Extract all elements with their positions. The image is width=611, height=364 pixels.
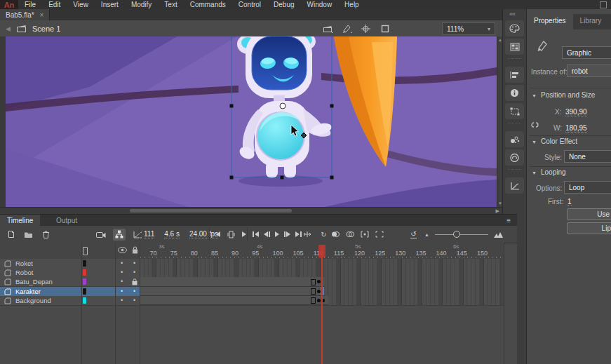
step-forward-one-icon[interactable] xyxy=(242,231,246,237)
lock-column-icon[interactable] xyxy=(132,246,138,254)
modify-markers-icon[interactable] xyxy=(374,229,384,239)
tab-properties[interactable]: Properties xyxy=(527,14,573,29)
menu-item-help[interactable]: Help xyxy=(338,1,365,8)
loop-frame-range-icon[interactable] xyxy=(226,229,236,239)
onion-skin-icon[interactable] xyxy=(330,229,340,239)
instance-name-field[interactable]: robot xyxy=(567,65,611,77)
layer-lock-icon[interactable] xyxy=(132,278,137,285)
menu-item-control[interactable]: Control xyxy=(232,1,267,8)
layer-lock-dot[interactable]: • xyxy=(133,269,135,276)
show-hide-column-icon[interactable] xyxy=(118,247,127,253)
collapse-panels-icon[interactable]: «« xyxy=(509,11,515,18)
frame-span[interactable] xyxy=(140,287,324,296)
center-stage-icon[interactable] xyxy=(361,24,371,33)
x-value[interactable]: 390,90 xyxy=(565,108,587,116)
tab-close-icon[interactable]: × xyxy=(40,11,44,19)
info-icon[interactable] xyxy=(505,85,524,101)
menu-item-insert[interactable]: Insert xyxy=(95,1,125,8)
scrollbar-thumb[interactable] xyxy=(130,209,292,213)
loop-options-dropdown[interactable]: Loop xyxy=(564,181,611,194)
elapsed-time-field[interactable]: 4.6 s xyxy=(164,230,180,238)
graph-editor-icon[interactable] xyxy=(133,229,143,239)
scene-breadcrumb[interactable]: Scene 1 xyxy=(32,25,60,33)
frame-rate-field[interactable]: 24.00 fps xyxy=(189,230,218,238)
onion-skin-outlines-icon[interactable] xyxy=(344,229,355,239)
step-back-icon[interactable] xyxy=(264,231,270,237)
window-maximize-icon[interactable] xyxy=(600,1,607,8)
color-style-dropdown[interactable]: None xyxy=(564,150,611,163)
play-icon[interactable] xyxy=(275,231,279,237)
shrink-frames-icon[interactable]: ▲ xyxy=(424,232,429,237)
enlarge-frames-icon[interactable] xyxy=(494,231,503,238)
layer-outline-color[interactable] xyxy=(83,297,86,304)
menu-item-edit[interactable]: Edit xyxy=(42,1,67,8)
show-parenting-view-icon[interactable] xyxy=(113,229,126,241)
menu-item-file[interactable]: File xyxy=(18,1,42,8)
current-frame-field[interactable]: 111 xyxy=(144,230,154,238)
step-forward-icon[interactable] xyxy=(284,231,290,237)
layer-row-roket[interactable]: Roket•• xyxy=(0,259,140,269)
layer-row-background[interactable]: Background•• xyxy=(0,296,140,306)
layer-visibility-dot[interactable]: • xyxy=(121,288,123,295)
menu-item-commands[interactable]: Commands xyxy=(184,1,232,8)
transform-icon[interactable] xyxy=(505,103,524,119)
new-layer-icon[interactable] xyxy=(6,229,16,239)
layer-visibility-dot[interactable]: • xyxy=(121,297,123,304)
first-frame-value[interactable]: 1 xyxy=(568,198,572,206)
step-back-one-icon[interactable] xyxy=(216,231,220,237)
menu-item-debug[interactable]: Debug xyxy=(267,1,300,8)
lip-syncing-button[interactable]: Lip S xyxy=(567,222,611,234)
clip-content-icon[interactable] xyxy=(380,24,390,33)
section-collapse-icon[interactable]: ▼ xyxy=(532,140,537,144)
scroll-right-icon[interactable]: ▶ xyxy=(496,208,499,214)
section-collapse-icon[interactable]: ▼ xyxy=(532,93,537,98)
keyframe-dot[interactable] xyxy=(317,299,321,302)
reset-timeline-zoom-icon[interactable]: ↺ xyxy=(408,229,419,239)
tab-library[interactable]: Library xyxy=(573,14,609,29)
layer-outline-color[interactable] xyxy=(83,260,86,267)
layer-lock-dot[interactable]: • xyxy=(133,288,135,295)
loop-icon[interactable]: ↻ xyxy=(318,229,329,239)
link-width-height-icon[interactable] xyxy=(530,121,539,128)
swatches-icon[interactable] xyxy=(505,39,524,55)
back-arrow-icon[interactable]: ◀ xyxy=(0,25,16,32)
w-value[interactable]: 180,95 xyxy=(565,124,587,133)
motion-graph-icon[interactable] xyxy=(505,177,524,194)
document-tab[interactable]: Bab5.fla* × xyxy=(0,9,50,20)
keyframe-dot[interactable] xyxy=(317,290,321,293)
align-icon[interactable] xyxy=(505,67,524,83)
edit-scene-icon[interactable] xyxy=(323,24,333,33)
stage-canvas[interactable] xyxy=(6,36,497,207)
tab-output[interactable]: Output xyxy=(49,215,84,226)
frame-span[interactable] xyxy=(140,296,328,305)
tab-timeline[interactable]: Timeline xyxy=(0,215,40,226)
layer-outline-color[interactable] xyxy=(83,288,86,295)
menu-item-window[interactable]: Window xyxy=(301,1,339,8)
zoom-level-dropdown[interactable]: 111% ▾ xyxy=(442,22,495,35)
timeline-zoom-slider[interactable] xyxy=(435,231,488,238)
camera-icon[interactable] xyxy=(95,229,106,239)
edit-multiple-frames-icon[interactable] xyxy=(359,229,370,239)
new-folder-icon[interactable] xyxy=(23,229,34,239)
outline-color-column-icon[interactable] xyxy=(83,247,88,255)
delete-layer-icon[interactable] xyxy=(41,229,51,239)
layer-outline-color[interactable] xyxy=(83,269,86,276)
layer-row-karakter[interactable]: Karakter•• xyxy=(0,287,140,297)
section-collapse-icon[interactable]: ▼ xyxy=(532,170,537,175)
app-logo[interactable]: An xyxy=(0,0,18,9)
layer-visibility-dot[interactable]: • xyxy=(121,259,123,267)
go-to-last-frame-icon[interactable] xyxy=(295,231,302,237)
panel-menu-icon[interactable]: ≡ xyxy=(506,217,511,224)
color-palette-icon[interactable] xyxy=(505,20,524,36)
layer-row-robot[interactable]: Robot•• xyxy=(0,268,140,278)
layer-row-batu_depan[interactable]: Batu_Depan• xyxy=(0,277,140,287)
particles-icon[interactable] xyxy=(505,131,524,147)
menu-item-modify[interactable]: Modify xyxy=(125,1,158,8)
menu-item-view[interactable]: View xyxy=(67,1,95,8)
creative-cloud-icon[interactable] xyxy=(505,149,524,166)
layer-outline-color[interactable] xyxy=(83,278,86,285)
layer-visibility-dot[interactable]: • xyxy=(121,269,123,276)
use-frame-picker-button[interactable]: Use Fra xyxy=(567,208,611,220)
frame-span[interactable] xyxy=(140,277,324,286)
layer-visibility-dot[interactable]: • xyxy=(121,278,123,285)
